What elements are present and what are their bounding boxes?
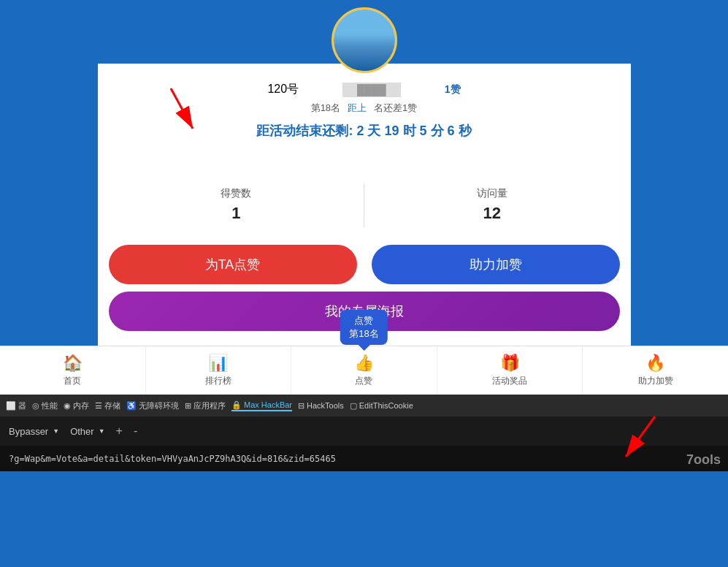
- profile-card: 120号 ████ 1赞 第18名 距上 名还差1赞 距活动结束还剩: 2 天 …: [98, 64, 631, 346]
- like-button[interactable]: 为TA点赞: [109, 245, 357, 284]
- hackbar-bypasser[interactable]: Bypasser: [9, 426, 59, 437]
- assist-icon: 🔥: [645, 354, 665, 373]
- visits-value: 12: [379, 204, 605, 223]
- dev-perf-label: 性能: [42, 400, 58, 411]
- ranking-icon: 📊: [208, 354, 228, 373]
- rank-label: 第18名: [311, 102, 340, 115]
- user-likes-count: 1赞: [445, 83, 461, 96]
- dev-cookie-icon: ▢: [350, 401, 357, 411]
- nav-prizes-label: 活动奖品: [492, 375, 527, 387]
- home-icon: 🏠: [63, 354, 83, 373]
- dev-hacktools-label: HackTools: [307, 401, 344, 410]
- dev-tool-accessibility[interactable]: ♿ 无障碍环境: [126, 400, 179, 411]
- dev-mem-icon: ◉: [64, 401, 71, 411]
- nav-ranking[interactable]: 📊 排行榜: [146, 346, 292, 395]
- countdown: 距活动结束还剩: 2 天 19 时 5 分 6 秒: [256, 122, 471, 140]
- likes-value: 1: [123, 204, 350, 223]
- dev-store-label: 存储: [104, 400, 120, 411]
- vote-popup: 点赞第18名: [340, 310, 387, 345]
- dev-tool-cookie[interactable]: ▢ EditThisCookie: [350, 401, 413, 411]
- dev-tool-hackbar[interactable]: 🔒 Max HackBar: [231, 400, 292, 411]
- main-content: 120号 ████ 1赞 第18名 距上 名还差1赞 距活动结束还剩: 2 天 …: [0, 0, 728, 395]
- dev-hackbar-icon: 🔒: [231, 400, 242, 410]
- dev-a11y-label: 无障碍环境: [139, 400, 179, 411]
- dev-a11y-icon: ♿: [126, 401, 137, 411]
- hackbar-other-label: Other: [70, 426, 94, 437]
- help-button[interactable]: 助力加赞: [372, 245, 620, 284]
- url-text: ?g=Wap&m=Vote&a=detail&token=VHVyaAnJcPZ…: [9, 454, 336, 464]
- dev-tool-performance[interactable]: ◎ 性能: [32, 400, 58, 411]
- arrow-section: [112, 140, 616, 169]
- nav-assist-label: 助力加赞: [638, 375, 673, 387]
- hackbar-bypasser-label: Bypasser: [9, 426, 48, 437]
- dev-tool-elements-label: 器: [18, 400, 26, 411]
- dev-tool-elements[interactable]: ⬜ 器: [6, 400, 26, 411]
- likes-label: 得赞数: [123, 187, 350, 200]
- nav-home[interactable]: 🏠 首页: [0, 346, 146, 395]
- watermark: 7ools: [686, 452, 721, 468]
- avatar: [332, 7, 397, 73]
- dev-app-icon: ⊞: [185, 401, 191, 411]
- likes-stat: 得赞数 1: [109, 176, 364, 234]
- dev-store-icon: ☰: [95, 401, 102, 411]
- nav-ranking-label: 排行榜: [205, 375, 231, 387]
- visits-stat: 访问量 12: [364, 176, 620, 234]
- rank-distance-detail: 名还差1赞: [374, 102, 417, 115]
- prizes-icon: 🎁: [500, 354, 520, 373]
- avatar-container: [328, 7, 401, 56]
- user-number: 120号: [267, 82, 299, 97]
- rank-distance-label: 距上: [348, 102, 367, 115]
- nav-home-label: 首页: [64, 375, 81, 387]
- dev-hackbar-label: Max HackBar: [244, 400, 292, 409]
- nav-vote[interactable]: 点赞第18名 👍 点赞: [291, 346, 437, 395]
- hackbar-panel: Bypasser Other + -: [0, 416, 728, 446]
- dev-tool-hacktools[interactable]: ⊟ HackTools: [298, 401, 344, 411]
- stats-row: 得赞数 1 访问量 12: [109, 176, 620, 234]
- hackbar-add-button[interactable]: +: [116, 425, 123, 438]
- hackbar-remove-button[interactable]: -: [134, 425, 137, 438]
- dev-tool-appmanager[interactable]: ⊞ 应用程序: [185, 400, 226, 411]
- dev-tool-storage[interactable]: ☰ 存储: [95, 400, 120, 411]
- dev-tool-memory[interactable]: ◉ 内存: [64, 400, 89, 411]
- nav-prizes[interactable]: 🎁 活动奖品: [437, 346, 583, 395]
- dev-perf-icon: ◎: [32, 401, 39, 411]
- dev-hacktools-icon: ⊟: [298, 401, 304, 411]
- avatar-image: [334, 9, 395, 71]
- action-buttons: 为TA点赞 助力加赞: [109, 245, 620, 284]
- dev-app-label: 应用程序: [194, 400, 226, 411]
- nav-assist[interactable]: 🔥 助力加赞: [583, 346, 728, 395]
- rank-row: 第18名 距上 名还差1赞: [304, 100, 425, 116]
- dev-toolbar: ⬜ 器 ◎ 性能 ◉ 内存 ☰ 存储 ♿ 无障碍环境 ⊞ 应用程序 🔒 Max …: [0, 395, 728, 416]
- hackbar-other[interactable]: Other: [70, 426, 104, 437]
- visits-label: 访问量: [379, 187, 605, 200]
- user-info-row: 120号 ████ 1赞: [182, 82, 547, 97]
- countdown-label: 距活动结束还剩:: [256, 123, 353, 138]
- bottom-nav: 🏠 首页 📊 排行榜 点赞第18名 👍 点赞 🎁 活动奖品 🔥 助力加赞: [0, 346, 728, 395]
- user-name: ████: [342, 83, 401, 97]
- dev-tool-elements-icon: ⬜: [6, 401, 16, 411]
- url-bar: ?g=Wap&m=Vote&a=detail&token=VHVyaAnJcPZ…: [0, 446, 728, 471]
- vote-icon: 👍: [354, 354, 374, 373]
- dev-mem-label: 内存: [73, 400, 89, 411]
- dev-cookie-label: EditThisCookie: [359, 401, 413, 410]
- nav-vote-label: 点赞: [355, 375, 372, 387]
- countdown-value: 2 天 19 时 5 分 6 秒: [356, 123, 471, 138]
